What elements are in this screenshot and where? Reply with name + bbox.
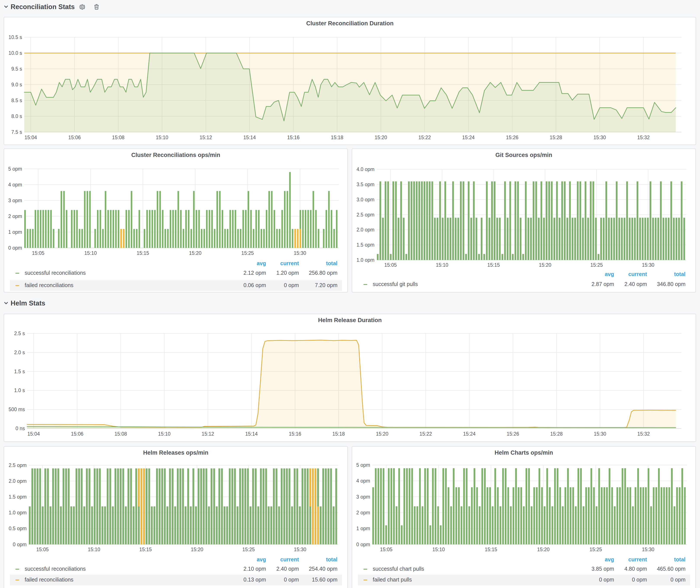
svg-text:9.0 s: 9.0 s xyxy=(11,82,22,87)
svg-text:2.5 s: 2.5 s xyxy=(14,331,25,336)
svg-text:15:20: 15:20 xyxy=(375,135,387,140)
svg-text:4.0 opm: 4.0 opm xyxy=(356,166,374,172)
svg-text:4 opm: 4 opm xyxy=(8,182,22,187)
svg-text:15:28: 15:28 xyxy=(550,431,563,437)
svg-text:15:14: 15:14 xyxy=(243,135,256,140)
svg-text:0.5 opm: 0.5 opm xyxy=(9,526,27,531)
svg-text:15:32: 15:32 xyxy=(637,135,650,140)
svg-text:15:25: 15:25 xyxy=(241,250,254,256)
svg-text:8.0 s: 8.0 s xyxy=(11,113,22,119)
svg-text:15:18: 15:18 xyxy=(332,431,345,437)
svg-text:15:05: 15:05 xyxy=(384,262,397,268)
svg-text:0 opm: 0 opm xyxy=(13,542,27,547)
svg-text:15:22: 15:22 xyxy=(419,431,432,437)
svg-text:500 ms: 500 ms xyxy=(9,407,25,412)
svg-text:15:16: 15:16 xyxy=(289,431,301,437)
svg-text:15:25: 15:25 xyxy=(590,547,602,552)
svg-text:15:15: 15:15 xyxy=(137,250,149,256)
svg-text:15:25: 15:25 xyxy=(242,547,255,552)
svg-text:15:30: 15:30 xyxy=(594,135,606,140)
svg-text:3 opm: 3 opm xyxy=(8,198,22,203)
svg-text:15:10: 15:10 xyxy=(84,250,97,256)
svg-text:15:26: 15:26 xyxy=(506,135,518,140)
svg-text:2 opm: 2 opm xyxy=(356,510,370,515)
svg-text:15:30: 15:30 xyxy=(294,547,306,552)
svg-text:1 opm: 1 opm xyxy=(356,526,370,531)
svg-text:15:10: 15:10 xyxy=(432,547,445,552)
svg-text:15:28: 15:28 xyxy=(550,135,562,140)
svg-text:15:05: 15:05 xyxy=(32,250,45,256)
svg-text:15:30: 15:30 xyxy=(642,262,655,268)
svg-text:15:30: 15:30 xyxy=(294,250,306,256)
svg-text:2.5 opm: 2.5 opm xyxy=(9,462,27,468)
svg-text:2.0 s: 2.0 s xyxy=(14,350,25,355)
svg-text:2.0 opm: 2.0 opm xyxy=(9,478,27,484)
svg-text:15:30: 15:30 xyxy=(642,547,655,552)
svg-text:15:08: 15:08 xyxy=(112,135,125,140)
svg-text:1.0 opm: 1.0 opm xyxy=(356,257,374,263)
svg-text:15:20: 15:20 xyxy=(191,547,203,552)
svg-text:15:15: 15:15 xyxy=(485,547,497,552)
svg-text:3.0 opm: 3.0 opm xyxy=(356,197,374,202)
svg-text:15:20: 15:20 xyxy=(376,431,389,437)
svg-text:15:14: 15:14 xyxy=(245,431,258,437)
svg-text:15:04: 15:04 xyxy=(24,135,37,140)
svg-text:15:26: 15:26 xyxy=(507,431,519,437)
svg-text:15:08: 15:08 xyxy=(115,431,127,437)
svg-text:2.5 opm: 2.5 opm xyxy=(356,212,374,218)
svg-text:15:12: 15:12 xyxy=(200,135,212,140)
svg-text:5 opm: 5 opm xyxy=(8,166,22,172)
svg-text:7.5 s: 7.5 s xyxy=(11,129,22,135)
svg-text:3.5 opm: 3.5 opm xyxy=(356,182,374,187)
svg-text:15:30: 15:30 xyxy=(594,431,606,437)
svg-text:15:10: 15:10 xyxy=(88,547,100,552)
svg-text:15:18: 15:18 xyxy=(331,135,344,140)
svg-text:15:12: 15:12 xyxy=(202,431,214,437)
svg-text:15:10: 15:10 xyxy=(156,135,168,140)
svg-text:15:24: 15:24 xyxy=(462,135,475,140)
svg-text:15:22: 15:22 xyxy=(418,135,431,140)
svg-text:15:10: 15:10 xyxy=(436,262,448,268)
svg-text:1.0 opm: 1.0 opm xyxy=(9,510,27,515)
svg-text:2 opm: 2 opm xyxy=(8,213,22,219)
svg-text:10.5 s: 10.5 s xyxy=(8,34,22,40)
svg-text:0 opm: 0 opm xyxy=(8,245,22,251)
svg-text:3 opm: 3 opm xyxy=(356,494,370,500)
svg-text:15:16: 15:16 xyxy=(287,135,300,140)
svg-text:1.0 s: 1.0 s xyxy=(14,388,25,393)
svg-text:15:24: 15:24 xyxy=(463,431,476,437)
svg-text:15:15: 15:15 xyxy=(487,262,500,268)
svg-text:15:05: 15:05 xyxy=(380,547,393,552)
svg-text:15:32: 15:32 xyxy=(637,431,650,437)
svg-text:5 opm: 5 opm xyxy=(356,462,370,468)
svg-text:0 opm: 0 opm xyxy=(356,542,370,547)
svg-text:15:06: 15:06 xyxy=(71,431,84,437)
svg-text:1.5 s: 1.5 s xyxy=(14,369,25,374)
svg-text:15:20: 15:20 xyxy=(537,547,550,552)
svg-text:15:20: 15:20 xyxy=(189,250,202,256)
svg-text:9.5 s: 9.5 s xyxy=(11,66,22,72)
svg-text:1.5 opm: 1.5 opm xyxy=(356,242,374,248)
svg-text:2.0 opm: 2.0 opm xyxy=(356,227,374,233)
svg-text:4 opm: 4 opm xyxy=(356,478,370,484)
svg-text:8.5 s: 8.5 s xyxy=(11,98,22,103)
svg-text:0 ns: 0 ns xyxy=(16,426,25,431)
svg-text:15:10: 15:10 xyxy=(158,431,171,437)
svg-text:15:15: 15:15 xyxy=(139,547,152,552)
svg-text:15:20: 15:20 xyxy=(539,262,552,268)
svg-text:15:06: 15:06 xyxy=(68,135,81,140)
svg-text:1 opm: 1 opm xyxy=(8,229,22,235)
svg-text:15:25: 15:25 xyxy=(590,262,603,268)
svg-text:1.5 opm: 1.5 opm xyxy=(9,494,27,500)
svg-text:10.0 s: 10.0 s xyxy=(8,50,22,56)
svg-text:15:04: 15:04 xyxy=(27,431,40,437)
svg-text:15:05: 15:05 xyxy=(36,547,49,552)
